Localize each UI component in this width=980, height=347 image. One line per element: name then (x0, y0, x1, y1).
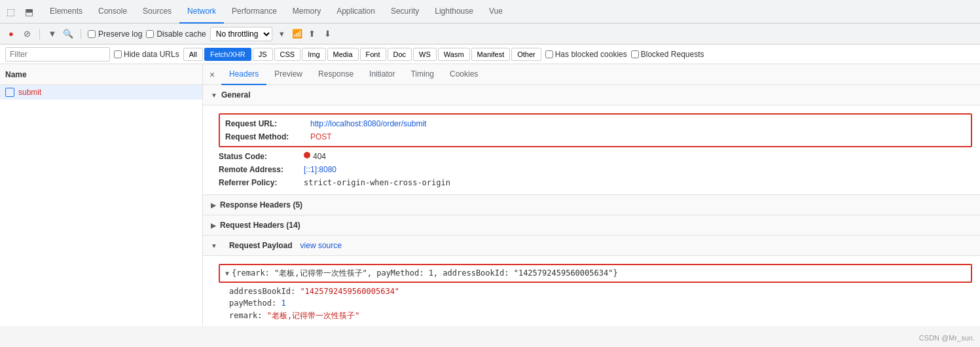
panel-close-btn[interactable]: × (206, 68, 219, 81)
tab-vue[interactable]: Vue (481, 0, 511, 24)
payload-summary-text: {remark: "老板,记得带一次性筷子", payMethod: 1, ad… (232, 268, 618, 278)
general-section-body: Request URL: http://localhost:8080/order… (203, 105, 980, 195)
disable-cache-input[interactable] (146, 30, 154, 38)
preserve-log-checkbox[interactable]: Preserve log (88, 29, 142, 39)
disable-cache-label: Disable cache (156, 29, 206, 39)
preserve-log-input[interactable] (88, 30, 96, 38)
general-section-header[interactable]: ▼ General (203, 85, 980, 105)
search-icon[interactable]: 🔍 (62, 28, 74, 40)
tab-initiator[interactable]: Initiator (361, 64, 403, 85)
payload-section: ▼ Request Payload view source ▼{remark: … (203, 236, 980, 326)
payload-arrow: ▼ (211, 242, 217, 249)
filter-img[interactable]: Img (302, 48, 325, 61)
preserve-log-label: Preserve log (98, 29, 142, 39)
request-url-value: http://localhost:8080/order/submit (310, 119, 426, 128)
tab-network[interactable]: Network (179, 0, 224, 24)
tab-application[interactable]: Application (329, 0, 383, 24)
hide-data-urls-checkbox[interactable]: Hide data URLs (114, 50, 179, 59)
download-icon[interactable]: ⬇ (322, 28, 334, 40)
payload-field-addressBookId: addressBookId: "1425792459560005634" (229, 285, 972, 297)
status-code-label: Status Code: (219, 152, 304, 161)
has-blocked-label: Has blocked cookies (555, 50, 627, 59)
tab-console[interactable]: Console (90, 0, 135, 24)
filter-fetch-xhr[interactable]: Fetch/XHR (204, 48, 251, 61)
toolbar: ● ⊘ ▼ 🔍 Preserve log Disable cache No th… (0, 24, 980, 45)
general-arrow: ▼ (211, 92, 217, 99)
tab-cookies[interactable]: Cookies (442, 64, 486, 85)
blocked-requests-label: Blocked Requests (641, 50, 704, 59)
tab-performance[interactable]: Performance (224, 0, 285, 24)
request-method-value: POST (310, 132, 332, 141)
toolbar-sep-2 (81, 29, 81, 39)
name-col-label: Name (5, 70, 27, 79)
filter-all[interactable]: All (183, 48, 203, 61)
filter-ws[interactable]: WS (413, 48, 437, 61)
filter-js[interactable]: JS (253, 48, 273, 61)
payload-summary-box[interactable]: ▼{remark: "老板,记得带一次性筷子", payMethod: 1, a… (219, 264, 972, 283)
toolbar-sep-1 (39, 29, 40, 39)
main-area: Name submit × Headers Preview Response I… (0, 64, 980, 326)
payload-tri-icon: ▼ (225, 270, 229, 277)
tab-response[interactable]: Response (310, 64, 361, 85)
request-icon (5, 88, 14, 97)
filter-wasm[interactable]: Wasm (438, 48, 470, 61)
record-btn[interactable]: ● (5, 28, 17, 40)
throttling-arrow-icon[interactable]: ▾ (276, 28, 288, 40)
left-panel: Name submit (0, 64, 203, 326)
request-url-row: Request URL: http://localhost:8080/order… (225, 117, 966, 130)
device-icon[interactable]: ⬒ (21, 4, 37, 20)
payload-body: ▼{remark: "老板,记得带一次性筷子", payMethod: 1, a… (203, 256, 980, 326)
throttling-select[interactable]: No throttling (210, 27, 272, 41)
upload-icon[interactable]: ⬆ (306, 28, 318, 40)
right-panel: × Headers Preview Response Initiator Tim… (203, 64, 980, 326)
tab-lighthouse[interactable]: Lighthouse (427, 0, 481, 24)
filter-css[interactable]: CSS (274, 48, 301, 61)
hide-data-urls-label: Hide data URLs (124, 50, 179, 59)
tab-memory[interactable]: Memory (285, 0, 329, 24)
stop-btn[interactable]: ⊘ (21, 28, 33, 40)
request-name: submit (18, 88, 41, 97)
payload-label: Request Payload (229, 241, 293, 250)
has-blocked-cookies-checkbox[interactable]: Has blocked cookies (545, 50, 627, 59)
throttling-dropdown[interactable]: No throttling (210, 27, 272, 41)
request-row[interactable]: submit (0, 85, 202, 100)
filter-other[interactable]: Other (511, 48, 541, 61)
has-blocked-input[interactable] (545, 50, 553, 58)
filter-icon[interactable]: ▼ (46, 28, 58, 40)
hide-data-urls-input[interactable] (114, 50, 122, 58)
tab-security[interactable]: Security (383, 0, 427, 24)
payload-header[interactable]: ▼ Request Payload view source (203, 236, 980, 256)
request-headers-arrow: ▶ (211, 222, 216, 229)
inspect-icon[interactable]: ⬚ (3, 4, 18, 20)
tab-headers[interactable]: Headers (221, 64, 266, 85)
blocked-requests-checkbox[interactable]: Blocked Requests (631, 50, 704, 59)
remote-address-row: Remote Address: [::1]:8080 (219, 163, 972, 176)
devtools-icons: ⬚ ⬒ (3, 4, 37, 20)
tab-timing[interactable]: Timing (403, 64, 442, 85)
wifi-icon: 📶 (292, 29, 302, 39)
filter-input[interactable] (5, 47, 110, 62)
filter-font[interactable]: Font (360, 48, 386, 61)
referrer-policy-row: Referrer Policy: strict-origin-when-cros… (219, 176, 972, 189)
referrer-policy-label: Referrer Policy: (219, 178, 304, 187)
status-code-row: Status Code: 404 (219, 150, 972, 163)
remote-address-value: [::1]:8080 (304, 165, 336, 174)
request-headers-section[interactable]: ▶ Request Headers (14) (203, 215, 980, 236)
view-source-link[interactable]: view source (300, 241, 342, 250)
filter-manifest[interactable]: Manifest (471, 48, 511, 61)
request-method-row: Request Method: POST (225, 130, 966, 143)
filter-doc[interactable]: Doc (388, 48, 412, 61)
tab-elements[interactable]: Elements (42, 0, 90, 24)
tab-preview[interactable]: Preview (266, 64, 310, 85)
filter-media[interactable]: Media (327, 48, 359, 61)
disable-cache-checkbox[interactable]: Disable cache (146, 29, 206, 39)
tab-sources[interactable]: Sources (135, 0, 179, 24)
response-headers-section[interactable]: ▶ Response Headers (5) (203, 195, 980, 215)
payload-fields: addressBookId: "1425792459560005634" pay… (219, 285, 972, 323)
name-column-header: Name (0, 64, 202, 85)
status-code-value: 404 (313, 152, 326, 161)
blocked-requests-input[interactable] (631, 50, 639, 58)
headers-content: ▼ General Request URL: http://localhost:… (203, 85, 980, 326)
panel-tabs: × Headers Preview Response Initiator Tim… (203, 64, 980, 85)
general-label: General (221, 90, 251, 100)
